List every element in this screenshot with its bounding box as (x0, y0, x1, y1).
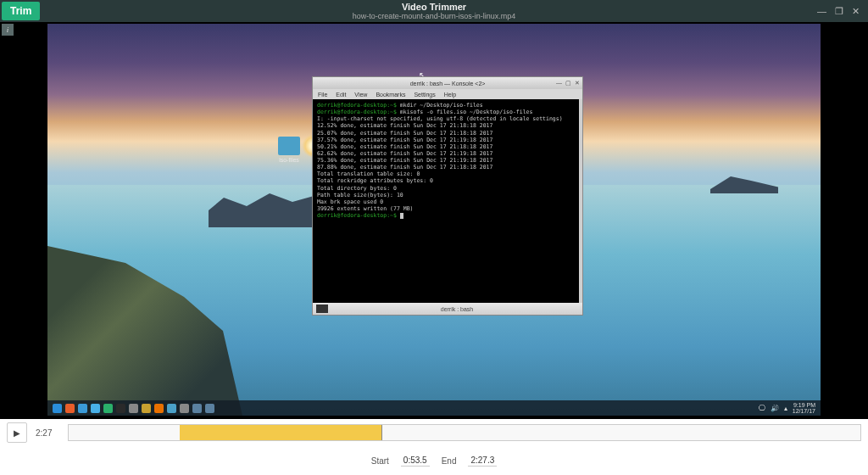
end-time[interactable]: 2:27.3 (468, 455, 497, 467)
taskbar-menu-icon (53, 404, 62, 413)
terminal-line: Path table size(bytes): 10 (317, 192, 575, 198)
taskbar-folder-icon (167, 404, 176, 413)
term-menu-view: View (354, 92, 367, 98)
terminal-window: derrik : bash — Konsole <2> — ▢ ✕ FileEd… (312, 76, 583, 316)
desktop-folder-iso: iso-files (278, 137, 300, 163)
title-center: Video Trimmer how-to-create-mount-and-bu… (353, 2, 516, 20)
term-menu-help: Help (444, 92, 456, 98)
taskbar-files-icon (78, 404, 87, 413)
trim-button[interactable]: Trim (2, 2, 40, 20)
app-title: Video Trimmer (353, 2, 516, 12)
start-time[interactable]: 0:53.5 (401, 455, 430, 467)
file-name: how-to-create-mount-and-burn-isos-in-lin… (353, 12, 516, 20)
terminal-line: derrik@fedora-desktop:~$ mkdir ~/Desktop… (317, 102, 575, 109)
video-frame: ↖ iso-files derrik : bash — Konsole <2> … (47, 24, 821, 416)
taskbar-win1-icon (192, 404, 202, 413)
minimize-button[interactable]: — (817, 6, 826, 17)
terminal-footer-label: derrik : bash (441, 306, 474, 312)
taskbar-mail-icon (91, 404, 100, 413)
terminal-line: 37.57% done, estimate finish Sun Dec 17 … (317, 137, 575, 143)
maximize-button[interactable]: ❐ (835, 6, 843, 17)
current-time: 2:27 (36, 428, 59, 438)
term-menu-settings: Settings (414, 92, 435, 98)
start-label: Start (371, 456, 389, 466)
terminal-menubar: FileEditViewBookmarksSettingsHelp (313, 89, 582, 99)
terminal-line: Total translation table size: 0 (317, 170, 575, 177)
taskbar-term-icon (129, 404, 138, 413)
trim-times: Start 0:53.5 End 2:27.3 (0, 446, 868, 475)
taskbar-launchers (53, 404, 214, 413)
trim-selection[interactable] (180, 425, 381, 440)
taskbar-disc-icon (142, 404, 151, 413)
close-button[interactable]: ✕ (852, 6, 860, 17)
terminal-line: 75.36% done, estimate finish Sun Dec 17 … (317, 157, 575, 164)
taskbar-vlc-icon (154, 404, 164, 413)
terminal-line: 50.21% done, estimate finish Sun Dec 17 … (317, 143, 575, 150)
terminal-line: 87.88% done, estimate finish Sun Dec 17 … (317, 164, 575, 170)
taskbar-music-icon (103, 404, 113, 413)
system-tray: 🖵 🔊 ▴ 9:19 PM 12/17/17 (759, 402, 815, 414)
window-controls: — ❐ ✕ (817, 6, 868, 17)
terminal-titlebar: derrik : bash — Konsole <2> — ▢ ✕ (313, 77, 582, 89)
taskbar-steam-icon (116, 404, 125, 413)
folder-icon (278, 137, 300, 155)
terminal-line: I: -input-charset not specified, using u… (317, 115, 575, 122)
timeline-track[interactable] (68, 424, 861, 441)
video-preview: i ↖ iso-files derrik : bash — Konsole <2… (0, 22, 868, 419)
terminal-line: 39926 extents written (77 MB) (317, 205, 575, 212)
term-close-icon: ✕ (575, 80, 580, 87)
terminal-line: 25.07% done, estimate finish Sun Dec 17 … (317, 130, 575, 137)
terminal-line: 12.52% done, estimate finish Sun Dec 17 … (317, 122, 575, 129)
terminal-line: derrik@fedora-desktop:~$ (317, 212, 575, 219)
end-label: End (442, 456, 457, 466)
titlebar: Trim Video Trimmer how-to-create-mount-a… (0, 0, 868, 22)
taskbar-trash-icon (180, 404, 189, 413)
terminal-title: derrik : bash — Konsole <2> (410, 81, 486, 87)
terminal-line: derrik@fedora-desktop:~$ mkisofs -o file… (317, 109, 575, 115)
term-menu-edit: Edit (336, 92, 346, 98)
terminal-window-controls: — ▢ ✕ (556, 80, 580, 87)
taskbar: 🖵 🔊 ▴ 9:19 PM 12/17/17 (47, 400, 821, 416)
terminal-line: 62.62% done, estimate finish Sun Dec 17 … (317, 150, 575, 157)
info-icon[interactable]: i (2, 24, 14, 36)
terminal-footer: derrik : bash (313, 303, 582, 315)
term-menu-file: File (318, 92, 327, 98)
terminal-line: Total rockridge attributes bytes: 0 (317, 177, 575, 184)
terminal-line: Max brk space used 0 (317, 198, 575, 205)
playhead[interactable] (381, 425, 382, 440)
terminal-line: Total directory bytes: 0 (317, 185, 575, 192)
terminal-cursor (400, 213, 403, 219)
network-icon: 🖵 (759, 405, 765, 412)
clock-date: 12/17/17 (793, 408, 815, 414)
taskbar-win2-icon (205, 404, 214, 413)
folder-label: iso-files (278, 157, 300, 163)
volume-icon: 🔊 (771, 405, 779, 412)
playback-controls: ▶ 2:27 (0, 419, 868, 446)
term-max-icon: ▢ (565, 80, 571, 87)
taskbar-firefox-icon (65, 404, 75, 413)
term-min-icon: — (556, 80, 562, 87)
updates-icon: ▴ (784, 405, 787, 412)
terminal-output: derrik@fedora-desktop:~$ mkdir ~/Desktop… (313, 99, 582, 303)
new-tab-icon (316, 305, 328, 313)
clock: 9:19 PM 12/17/17 (793, 402, 815, 414)
term-menu-bookmarks: Bookmarks (376, 92, 405, 98)
clock-time: 9:19 PM (793, 402, 815, 408)
play-button[interactable]: ▶ (7, 422, 27, 443)
